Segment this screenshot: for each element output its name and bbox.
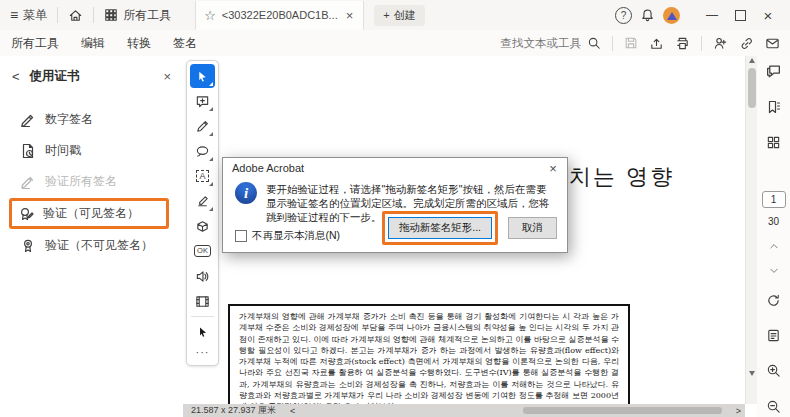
hscroll-thumb[interactable] bbox=[523, 407, 722, 414]
drag-new-signature-rectangle-button[interactable]: 拖动新签名矩形... bbox=[388, 217, 492, 239]
tab-close-icon[interactable]: × bbox=[344, 8, 356, 23]
rotate-page-button[interactable] bbox=[762, 289, 786, 310]
hscroll-right-arrow[interactable]: > bbox=[732, 406, 745, 416]
chevron-down-icon bbox=[769, 265, 779, 276]
right-rail: 1 30 bbox=[757, 56, 790, 417]
sidebar-item-timestamp[interactable]: 时间戳 bbox=[14, 136, 183, 165]
grid-icon bbox=[104, 8, 118, 22]
3d-tool[interactable] bbox=[190, 214, 215, 238]
draw-tool[interactable] bbox=[190, 114, 215, 138]
plus-icon: + bbox=[383, 9, 389, 21]
create-label: 创建 bbox=[394, 8, 416, 23]
document-tab[interactable]: ☆ <30322E20B0ADC1B... × bbox=[195, 1, 364, 30]
sidebar-item-label: 验证所有签名 bbox=[45, 173, 117, 190]
home-button[interactable] bbox=[58, 0, 93, 30]
adobe-acrobat-dialog: Adobe Acrobat × i 要开始验证过程，请选择"拖动新签名矩形"按钮… bbox=[222, 157, 568, 253]
submenu-corner bbox=[209, 132, 213, 136]
panel-items: 数字签名 时间戳 验证所有签名 验证（可见签名） 验证（不可见签名） bbox=[0, 105, 183, 260]
add-text-tool[interactable]: A bbox=[190, 164, 215, 188]
toolbar-item-sign[interactable]: 签名 bbox=[162, 30, 208, 56]
page-size-label: 21.587 x 27.937 厘米 bbox=[183, 404, 286, 417]
next-page-button[interactable] bbox=[769, 265, 779, 275]
window-controls: — × bbox=[698, 0, 782, 30]
validate-visible-signature-icon bbox=[18, 206, 34, 222]
submenu-corner bbox=[209, 82, 213, 86]
window-minimize-button[interactable]: — bbox=[698, 0, 726, 30]
document-title-fragment: 치는 영향 bbox=[569, 162, 674, 192]
back-icon[interactable]: < bbox=[12, 69, 20, 84]
panel-title: 使用证书 bbox=[30, 68, 154, 85]
hamburger-icon: ≡ bbox=[10, 8, 18, 22]
lasso-tool[interactable] bbox=[190, 139, 215, 163]
save-button-disabled bbox=[624, 36, 638, 50]
page-display-button[interactable] bbox=[762, 325, 786, 346]
previous-page-button[interactable] bbox=[769, 241, 779, 251]
user-avatar[interactable] bbox=[663, 7, 680, 24]
total-pages-label: 30 bbox=[768, 216, 779, 227]
notifications-bell-icon[interactable] bbox=[640, 8, 655, 23]
stamp-tool[interactable]: OK bbox=[190, 239, 215, 263]
toolbar: 所有工具 编辑 转换 签名 bbox=[0, 30, 790, 57]
ok-stamp-icon: OK bbox=[194, 245, 211, 257]
speaker-icon bbox=[195, 269, 210, 284]
link-icon[interactable] bbox=[739, 36, 754, 51]
video-tool[interactable] bbox=[190, 289, 215, 313]
document-abstract: 가계부채의 영향에 관해 가계부채 증가가 소비 촉진 등을 통해 경기 활성화… bbox=[228, 304, 630, 417]
request-signature-icon[interactable] bbox=[713, 36, 728, 51]
help-button[interactable]: ? bbox=[615, 7, 632, 24]
page-thumbnails-panel-button[interactable] bbox=[762, 132, 786, 153]
annotation-highlight-box: 验证（可见签名） bbox=[9, 198, 169, 229]
dont-show-again-checkbox[interactable] bbox=[235, 230, 247, 242]
divider bbox=[701, 36, 702, 51]
sidebar-item-validate-visible-signature[interactable]: 验证（可见签名） bbox=[14, 201, 166, 226]
scroll-down-arrow[interactable] bbox=[749, 371, 755, 376]
submenu-corner bbox=[209, 182, 213, 186]
panel-close-icon[interactable]: × bbox=[163, 69, 171, 84]
hamburger-menu-button[interactable]: ≡ 菜单 bbox=[0, 0, 57, 30]
toolbar-item-convert[interactable]: 转换 bbox=[116, 30, 162, 56]
titlebar-right: ? — × bbox=[615, 0, 790, 30]
create-tab-button[interactable]: + 创建 bbox=[374, 5, 424, 26]
bookmarks-panel-button[interactable] bbox=[762, 96, 786, 117]
toolbar-item-edit[interactable]: 编辑 bbox=[70, 30, 116, 56]
sidebar-item-validate-invisible-signature[interactable]: 验证（不可见签名） bbox=[14, 231, 183, 260]
sidebar-item-label: 验证（不可见签名） bbox=[45, 237, 153, 254]
dialog-close-icon[interactable]: × bbox=[545, 161, 561, 176]
search-input[interactable] bbox=[483, 36, 583, 50]
sidebar-item-validate-all-signatures: 验证所有签名 bbox=[14, 167, 183, 196]
help-icon: ? bbox=[621, 10, 627, 21]
all-tools-button[interactable]: 所有工具 bbox=[94, 0, 181, 30]
maximize-icon bbox=[735, 10, 746, 21]
window-maximize-button[interactable] bbox=[726, 0, 754, 30]
submenu-corner bbox=[209, 157, 213, 161]
hscroll-track[interactable] bbox=[299, 406, 731, 415]
email-icon[interactable] bbox=[765, 36, 780, 51]
zoom-out-button[interactable] bbox=[762, 396, 786, 417]
select-object-tool[interactable] bbox=[190, 320, 215, 344]
current-page-value: 1 bbox=[771, 194, 777, 205]
window-close-button[interactable]: × bbox=[754, 0, 782, 30]
select-tool[interactable] bbox=[190, 64, 215, 88]
vscroll-thumb[interactable] bbox=[748, 68, 756, 108]
share-upload-icon[interactable] bbox=[649, 36, 664, 51]
highlighter-icon bbox=[195, 194, 210, 209]
toolbar-item-all-tools[interactable]: 所有工具 bbox=[0, 30, 70, 56]
print-icon[interactable] bbox=[675, 36, 690, 51]
more-tools-button[interactable]: ··· bbox=[187, 345, 218, 363]
zoom-in-icon bbox=[766, 363, 781, 378]
star-icon[interactable]: ☆ bbox=[204, 8, 216, 23]
dialog-titlebar[interactable]: Adobe Acrobat × bbox=[223, 158, 567, 178]
search-field[interactable] bbox=[483, 36, 601, 50]
sidebar-item-digital-signature[interactable]: 数字签名 bbox=[14, 105, 183, 134]
zoom-out-icon bbox=[766, 399, 781, 414]
text-box-icon: A bbox=[196, 170, 208, 182]
scroll-up-arrow[interactable] bbox=[749, 58, 755, 63]
add-comment-tool[interactable] bbox=[190, 89, 215, 113]
audio-tool[interactable] bbox=[190, 264, 215, 288]
hscroll-left-arrow[interactable]: < bbox=[286, 406, 299, 416]
current-page-input[interactable]: 1 bbox=[762, 191, 786, 208]
highlight-tool[interactable] bbox=[190, 189, 215, 213]
zoom-in-button[interactable] bbox=[762, 360, 786, 381]
comments-panel-button[interactable] bbox=[762, 61, 786, 82]
cancel-button[interactable]: 取消 bbox=[508, 217, 557, 239]
